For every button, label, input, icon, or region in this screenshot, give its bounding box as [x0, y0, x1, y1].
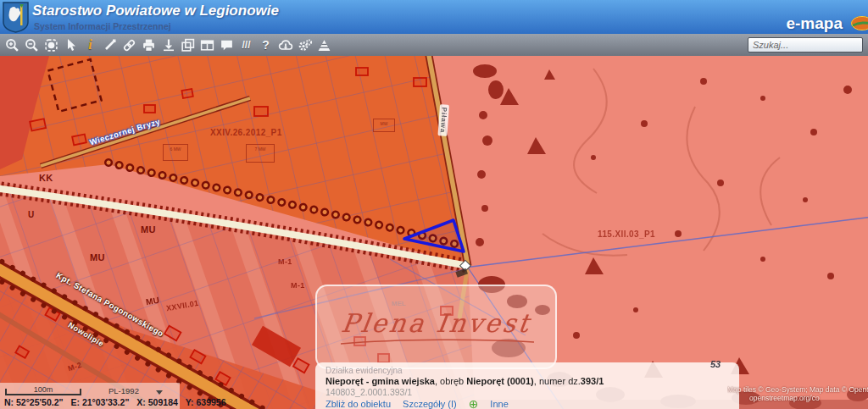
cloud-icon[interactable]	[276, 36, 294, 54]
zoom-in-icon[interactable]	[3, 36, 21, 54]
feature-type-label: Działka ewidencyjna	[326, 366, 729, 375]
feature-info-popup: Działka ewidencyjna Nieporęt - gmina wie…	[315, 362, 739, 409]
zoom-out-icon[interactable]	[23, 36, 41, 54]
plan-box: 6 MW	[163, 144, 188, 161]
other-link[interactable]: Inne	[490, 399, 508, 409]
measure-icon[interactable]	[101, 36, 119, 54]
settings-gears-icon[interactable]	[296, 36, 314, 54]
coordinates-readout: N: 52°25'50.2" E: 21°03'33.2" X: 509184 …	[4, 397, 226, 407]
plus-circle-icon[interactable]: ⊕	[469, 399, 479, 409]
parcel-id-short: 393/1	[581, 376, 604, 386]
watermark-flourish	[331, 338, 542, 346]
attribution-line1: Map tiles © Geo-System; Map data © OpenS…	[727, 385, 868, 394]
scale-bar: 100m	[5, 389, 81, 395]
coord-x: X: 509184	[136, 397, 177, 407]
select-area-icon[interactable]	[42, 36, 60, 54]
attribution-line2[interactable]: openstreetmap.org/co	[749, 394, 868, 402]
plan-box: 7 MW	[246, 144, 275, 163]
obreb-name: Nieporęt (0001)	[466, 376, 533, 386]
page-title: Starostwo Powiatowe w Legionowie	[32, 3, 279, 19]
coord-n: N: 52°25'50.2"	[4, 397, 63, 407]
warning-layers-icon[interactable]	[315, 36, 333, 54]
coord-e: E: 21°03'33.2"	[70, 397, 129, 407]
coat-of-arms-icon	[3, 2, 29, 33]
parcel-full-id: 140803_2.0001.393/1	[326, 387, 729, 397]
app-header: Starostwo Powiatowe w Legionowie System …	[0, 0, 868, 34]
feature-description: Nieporęt - gmina wiejska, obręb Nieporęt…	[326, 376, 729, 386]
zoom-to-object-link[interactable]: Zbliż do obiektu	[326, 399, 391, 409]
scale-distance: 100m	[7, 385, 80, 394]
map-canvas[interactable]: 6 MW 7 MW MW Wieczornej Bryzy Piława Kpt…	[0, 56, 868, 409]
chevron-down-icon[interactable]	[156, 390, 163, 395]
status-panel: 100m PL-1992 N: 52°25'50.2" E: 21°03'33.…	[0, 383, 180, 409]
emapa-logo-icon	[851, 16, 868, 30]
info-icon[interactable]: i	[81, 36, 99, 54]
map-attribution: Map tiles © Geo-System; Map data © OpenS…	[727, 385, 868, 402]
help-icon[interactable]: ?	[257, 36, 275, 54]
cursor-icon[interactable]	[62, 36, 80, 54]
details-link[interactable]: Szczegóły (I)	[403, 399, 457, 409]
plena-invest-watermark: Plena Invest	[315, 285, 557, 369]
measure-lines-icon[interactable]: ///	[237, 36, 255, 54]
parcel-number-label: 53	[710, 359, 721, 369]
print-icon[interactable]	[140, 36, 158, 54]
emapa-app: Starostwo Powiatowe w Legionowie System …	[0, 0, 868, 409]
emapa-brand: e-mapa	[786, 14, 843, 33]
search-input[interactable]	[748, 37, 863, 53]
page-subtitle: System Informacji Przestrzennej	[34, 21, 171, 31]
link-icon[interactable]	[120, 36, 138, 54]
copy-windows-icon[interactable]	[179, 36, 197, 54]
comment-icon[interactable]	[218, 36, 236, 54]
crs-selector[interactable]: PL-1992	[108, 386, 139, 395]
plan-box: MW	[373, 119, 395, 132]
layout-icon[interactable]	[198, 36, 216, 54]
download-icon[interactable]	[159, 36, 177, 54]
watermark-text: Plena Invest	[339, 308, 533, 338]
map-toolbar: i /// ?	[0, 34, 868, 56]
municipality-name: Nieporęt - gmina wiejska	[326, 376, 435, 386]
coord-y: Y: 639956	[186, 397, 226, 407]
